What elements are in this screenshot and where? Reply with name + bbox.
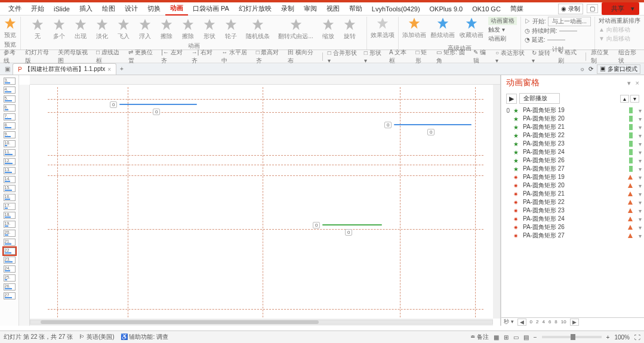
qat-item[interactable]: □ 虚线边框 xyxy=(96,48,124,65)
anim-style-item[interactable]: 轮子 xyxy=(224,18,238,41)
anim-style-item[interactable]: 随机线条 xyxy=(246,18,270,41)
close-tab-icon[interactable]: × xyxy=(107,66,111,73)
slide-thumb[interactable]: 6. xyxy=(4,104,16,112)
slide-thumbnails[interactable]: 3.4.5.6.7.8.9.10.11.12.13.14.15.16.17.18… xyxy=(0,75,19,326)
status-accessibility[interactable]: ♿ 辅助功能: 调查 xyxy=(121,333,168,341)
anim-style-item[interactable]: 飞入 xyxy=(117,18,130,41)
anim-style-item[interactable]: 擦除 xyxy=(181,18,195,41)
animation-painter-button[interactable]: 动画刷 xyxy=(488,35,517,43)
slide-thumb[interactable]: 14. xyxy=(4,176,16,183)
tool-icon[interactable]: ⟳ xyxy=(588,66,593,72)
animation-list-item[interactable]: ✷PA-圆角矩形 19▾ xyxy=(504,173,642,181)
qat-item[interactable]: ⇌ 更换位置 xyxy=(128,48,157,65)
menu-help[interactable]: 帮助 xyxy=(344,2,367,15)
timing-duration-value[interactable] xyxy=(559,30,577,32)
menu-slideshow[interactable]: 幻灯片放映 xyxy=(234,2,276,15)
qat-item[interactable]: ✎ 格式刷 xyxy=(558,48,581,65)
menu-okplus[interactable]: OKPlus 9.0 xyxy=(425,4,468,14)
anim-style-item[interactable]: 浮入 xyxy=(138,18,152,41)
qat-item[interactable]: →| 右对齐 xyxy=(192,48,217,65)
slide-thumb[interactable]: 9. xyxy=(4,131,16,138)
menu-file[interactable]: 文件 xyxy=(4,2,26,15)
anim-style-item[interactable]: 缩放 xyxy=(322,18,335,41)
slide-thumb[interactable]: 23. xyxy=(4,257,16,264)
play-all-button[interactable]: ▶ xyxy=(506,94,517,104)
fav-anim-button[interactable]: 收藏动画 xyxy=(460,17,483,43)
animation-list-item[interactable]: ★PA-圆角矩形 23▾ xyxy=(504,140,642,148)
menu-review[interactable]: 审阅 xyxy=(299,2,322,15)
slide-thumb[interactable]: 19. xyxy=(4,221,16,228)
animation-list-item[interactable]: ★PA-圆角矩形 21▾ xyxy=(504,123,642,131)
timeline-prev-button[interactable]: ◀ xyxy=(517,319,526,326)
timing-start-value[interactable]: 与上一动画... xyxy=(548,17,591,26)
slide-thumb[interactable]: 27 xyxy=(4,292,16,299)
animation-list-item[interactable]: ★PA-圆角矩形 24▾ xyxy=(504,148,642,156)
menu-view[interactable]: 视图 xyxy=(322,2,344,15)
anim-style-item[interactable]: 翻转式由远... xyxy=(278,18,313,41)
menu-draw[interactable]: 绘图 xyxy=(97,2,120,15)
multi-window-button[interactable]: ▣ 多窗口模式 xyxy=(597,64,640,74)
anim-style-item[interactable]: 形状 xyxy=(203,18,216,41)
menu-insert[interactable]: 插入 xyxy=(75,2,97,15)
reorder-down-button[interactable]: ▼ 向后移动 xyxy=(599,35,640,43)
timing-delay-value[interactable] xyxy=(547,39,565,41)
slide-thumb[interactable]: 18. xyxy=(4,212,16,219)
move-down-button[interactable]: ▾ xyxy=(630,95,639,103)
slide-thumb[interactable]: 13. xyxy=(4,167,16,174)
slide-thumb[interactable]: 25. xyxy=(4,274,16,282)
slide-thumb[interactable]: 16. xyxy=(4,194,16,201)
window-min-icon[interactable]: ▢ xyxy=(587,4,598,13)
slide-thumb[interactable]: 8. xyxy=(4,122,16,129)
animation-list-item[interactable]: ★PA-圆角矩形 22▾ xyxy=(504,131,642,140)
pane-close-icon[interactable]: × xyxy=(636,79,639,87)
slide-thumb[interactable]: 10. xyxy=(4,140,16,147)
slide-thumb[interactable]: 22 xyxy=(4,248,16,255)
animation-list-item[interactable]: ✷PA-圆角矩形 27▾ xyxy=(504,231,642,240)
animation-list[interactable]: 0★PA-圆角矩形 19▾★PA-圆角矩形 20▾★PA-圆角矩形 21▾★PA… xyxy=(501,106,644,317)
qat-item[interactable]: □ 形状 ▾ xyxy=(364,49,384,64)
play-all-label[interactable]: 全部播放 xyxy=(519,93,560,104)
animation-list-item[interactable]: ★PA-圆角矩形 20▾ xyxy=(504,115,642,123)
slide-thumb[interactable]: 11. xyxy=(4,149,16,156)
slide-thumb[interactable]: 12. xyxy=(4,158,16,165)
animation-list-item[interactable]: ✷PA-圆角矩形 23▾ xyxy=(504,206,642,215)
menu-home[interactable]: 开始 xyxy=(26,2,49,15)
slide-thumb[interactable]: 5. xyxy=(4,95,16,103)
zoom-in-button[interactable]: + xyxy=(606,334,610,341)
view-sorter-icon[interactable]: ⊞ xyxy=(504,334,509,341)
menu-pa[interactable]: 口袋动画 PA xyxy=(188,2,234,15)
qat-item[interactable]: 参考线 xyxy=(4,48,20,65)
slide-thumb[interactable]: 15. xyxy=(4,185,16,192)
slide-thumb[interactable]: 17. xyxy=(4,203,16,210)
status-language[interactable]: 🏳 英语(美国) xyxy=(79,333,114,341)
animation-list-item[interactable]: ★PA-圆角矩形 27▾ xyxy=(504,165,642,173)
qat-item[interactable]: 关闭母版视图 xyxy=(58,48,91,65)
anim-style-item[interactable]: 出现 xyxy=(74,18,87,41)
animation-gallery[interactable]: 无多个出现淡化飞入浮入擦除擦除形状轮子随机线条翻转式由远...缩放旋转 xyxy=(31,17,356,41)
scrollbar-horizontal[interactable] xyxy=(30,319,493,326)
anim-style-item[interactable]: 无 xyxy=(31,18,44,41)
qat-item[interactable]: ▭ 矩形: 圆角 xyxy=(436,48,469,65)
animation-list-item[interactable]: ✷PA-圆角矩形 21▾ xyxy=(504,190,642,198)
slide-thumb[interactable]: 24. xyxy=(4,265,16,273)
animation-list-item[interactable]: ✷PA-圆角矩形 20▾ xyxy=(504,181,642,190)
cool-anim-button[interactable]: 酷炫动画 xyxy=(431,17,455,43)
file-tab-active[interactable]: P 【因建社群宣传动画】1.1.pptx × xyxy=(13,63,116,75)
share-button[interactable]: 共享 ▾ xyxy=(602,2,639,15)
move-up-button[interactable]: ▴ xyxy=(620,95,629,103)
new-tab-button[interactable]: + xyxy=(120,66,124,72)
animation-list-item[interactable]: 0★PA-圆角矩形 19▾ xyxy=(504,106,642,115)
qat-item[interactable]: ↻ 旋转 ▾ xyxy=(532,49,553,64)
slide[interactable]: 0 0 0 0 0 0 0 0 xyxy=(48,87,483,319)
timeline-next-button[interactable]: ▶ xyxy=(570,319,579,326)
qat-item[interactable]: ✎ 编辑 xyxy=(473,48,491,65)
qat-item[interactable]: ↔ 水平居中 xyxy=(221,48,251,65)
menu-islide[interactable]: iSlide xyxy=(49,4,75,14)
qat-item[interactable]: 幻灯片母版 xyxy=(25,48,53,65)
qat-item[interactable]: □ 矩形 xyxy=(415,48,432,65)
menu-transitions[interactable]: 切换 xyxy=(143,2,165,15)
animation-list-item[interactable]: ✷PA-圆角矩形 26▾ xyxy=(504,223,642,231)
qat-item[interactable]: A 文本框 xyxy=(389,48,411,65)
menu-design[interactable]: 设计 xyxy=(120,2,143,15)
qat-item[interactable]: 组合形状 xyxy=(618,48,640,65)
